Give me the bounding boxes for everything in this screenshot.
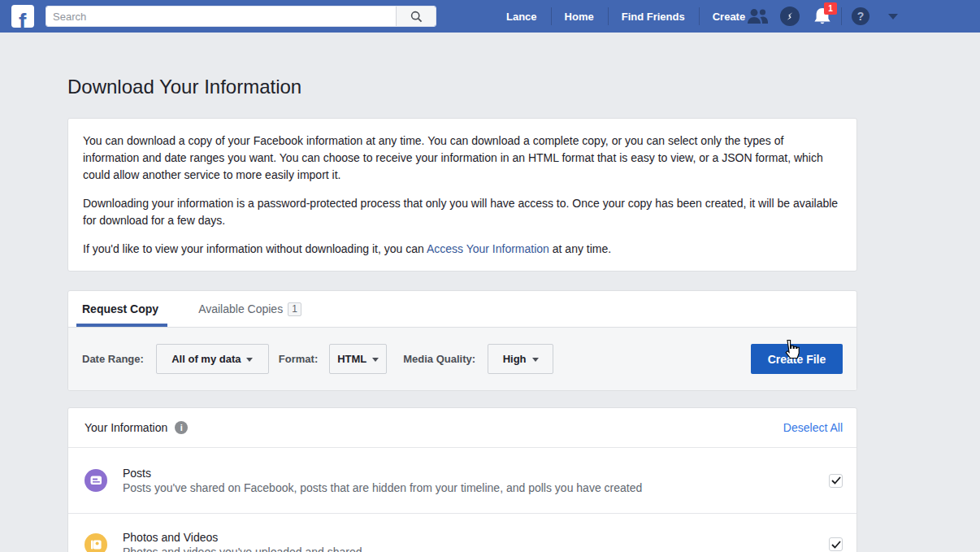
notifications-button[interactable]: 1 [806, 0, 839, 33]
access-your-information-link[interactable]: Access Your Information [427, 242, 549, 255]
item-description: Photos and videos you've uploaded and sh… [123, 545, 362, 552]
intro-paragraph-2: Downloading your information is a passwo… [83, 195, 842, 229]
format-dropdown[interactable]: HTML [329, 344, 387, 374]
nav-link-find-friends[interactable]: Find Friends [608, 0, 699, 33]
chevron-down-icon [532, 358, 539, 362]
item-name: Posts [123, 467, 642, 480]
your-information-title: Your Information [85, 421, 167, 434]
format-label: Format: [279, 353, 318, 365]
info-icon[interactable]: i [175, 421, 188, 434]
intro-paragraph-1: You can download a copy of your Facebook… [83, 133, 842, 184]
posts-icon [85, 469, 107, 492]
nav-links: Lance Home Find Friends Create [492, 0, 759, 33]
checkmark-icon [831, 541, 841, 549]
tab-request-copy[interactable]: Request Copy [82, 302, 158, 315]
notification-badge: 1 [824, 2, 837, 15]
filters-row: Date Range: All of my data Format: HTML … [68, 327, 856, 390]
your-information-card: Your Information i Deselect All Posts Po… [67, 407, 857, 552]
list-item-posts: Posts Posts you've shared on Facebook, p… [68, 448, 856, 514]
posts-checkbox[interactable] [829, 474, 843, 488]
tab-available-copies[interactable]: Available Copies 1 [198, 302, 301, 316]
friends-icon [747, 8, 769, 24]
item-name: Photos and Videos [123, 531, 362, 544]
list-item-photos-and-videos: Photos and Videos Photos and videos you'… [68, 514, 856, 552]
date-range-label: Date Range: [82, 353, 144, 365]
facebook-logo-icon[interactable]: f [11, 5, 34, 28]
account-menu-button[interactable] [877, 0, 909, 33]
checkmark-icon [831, 476, 841, 485]
date-range-dropdown[interactable]: All of my data [156, 344, 269, 374]
chevron-down-icon [888, 14, 898, 20]
request-panel: Request Copy Available Copies 1 Date Ran… [67, 290, 857, 391]
available-copies-count-badge: 1 [288, 302, 301, 316]
create-file-button[interactable]: Create File [751, 344, 843, 374]
question-mark-icon: ? [852, 7, 869, 25]
chevron-down-icon [372, 358, 379, 362]
your-information-header: Your Information i Deselect All [68, 408, 856, 448]
nav-link-home[interactable]: Home [551, 0, 608, 33]
item-description: Posts you've shared on Facebook, posts t… [123, 481, 642, 494]
messenger-button[interactable] [774, 0, 806, 33]
nav-divider [841, 7, 842, 25]
search-bar [46, 6, 436, 27]
intro-card: You can download a copy of your Facebook… [67, 118, 857, 272]
active-tab-underline [76, 324, 167, 327]
item-text: Posts Posts you've shared on Facebook, p… [123, 467, 642, 494]
chevron-down-icon [246, 358, 253, 362]
messenger-icon [779, 6, 800, 27]
main-content: Download Your Information You can downlo… [67, 33, 857, 552]
page-title: Download Your Information [67, 76, 857, 98]
media-quality-dropdown[interactable]: High [488, 344, 553, 374]
photos-checkbox[interactable] [829, 537, 843, 551]
item-text: Photos and Videos Photos and videos you'… [123, 531, 362, 552]
tabs-row: Request Copy Available Copies 1 [68, 291, 856, 327]
nav-icon-group: 1 ? [741, 0, 909, 33]
search-button[interactable] [396, 7, 436, 26]
help-button[interactable]: ? [844, 0, 877, 33]
nav-link-profile[interactable]: Lance [492, 0, 551, 33]
photos-icon [85, 533, 107, 552]
search-input[interactable] [46, 7, 396, 26]
intro-paragraph-3: If you'd like to view your information w… [83, 241, 842, 258]
search-icon [410, 11, 423, 23]
media-quality-label: Media Quality: [403, 353, 475, 365]
friend-requests-button[interactable] [741, 0, 774, 33]
top-navbar: f Lance Home Find Friends Create [0, 0, 980, 33]
deselect-all-link[interactable]: Deselect All [783, 421, 843, 434]
